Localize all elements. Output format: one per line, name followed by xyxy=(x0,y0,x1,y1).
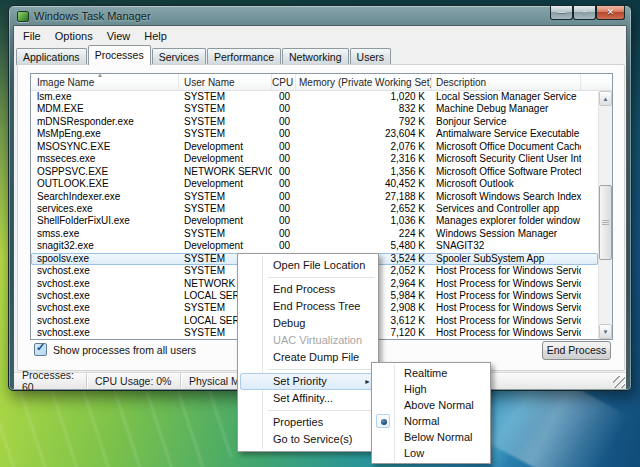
process-row-msseces-exe[interactable]: msseces.exeDevelopment002,316 KMicrosoft… xyxy=(31,153,598,165)
close-button[interactable]: ✕ xyxy=(596,6,625,20)
minimize-button[interactable]: — xyxy=(550,6,573,20)
menu-separator xyxy=(238,407,378,414)
show-all-users-label: Show processes from all users xyxy=(53,344,196,356)
process-row-osppsvc-exe[interactable]: OSPPSVC.EXENETWORK SERVICE001,356 KMicro… xyxy=(31,166,598,178)
cell-memory: 224 K xyxy=(296,228,432,240)
priority-option-below-normal[interactable]: Below Normal xyxy=(374,429,488,445)
selected-priority-radio-icon xyxy=(376,414,390,428)
column-header-memory-private-working-set[interactable]: Memory (Private Working Set) xyxy=(296,74,432,90)
menu-item-go-to-service-s[interactable]: Go to Service(s) xyxy=(240,431,376,448)
cell-image-name: MDM.EXE xyxy=(31,103,179,115)
tab-networking[interactable]: Networking xyxy=(282,48,349,65)
column-header-image-name[interactable]: Image Name▲ xyxy=(31,74,179,90)
window-title: Windows Task Manager xyxy=(34,10,151,22)
end-process-button[interactable]: End Process xyxy=(542,341,611,360)
process-list-header: Image Name▲User NameCPUMemory (Private W… xyxy=(31,74,612,91)
menu-item-set-priority[interactable]: Set Priority► xyxy=(240,373,376,390)
cell-description: Machine Debug Manager xyxy=(432,103,581,115)
cell-cpu: 00 xyxy=(272,215,296,227)
sort-ascending-icon: ▲ xyxy=(97,74,103,78)
scroll-down-button[interactable]: ▼ xyxy=(599,324,612,339)
process-row-msmpeng-exe[interactable]: MsMpEng.exeSYSTEM0023,604 KAntimalware S… xyxy=(31,128,598,140)
cell-description: Host Process for Windows Services xyxy=(432,315,581,327)
process-row-services-exe[interactable]: services.exeSYSTEM002,652 KServices and … xyxy=(31,203,598,215)
priority-option-realtime[interactable]: Realtime xyxy=(374,365,488,381)
cell-description: Antimalware Service Executable xyxy=(432,128,581,140)
menu-item-open-file-location[interactable]: Open File Location xyxy=(240,256,376,274)
show-all-users-checkbox[interactable]: ✓ Show processes from all users xyxy=(34,343,196,356)
menu-item-properties[interactable]: Properties xyxy=(240,414,376,431)
cell-description: Windows Session Manager xyxy=(432,228,581,240)
column-header-cpu[interactable]: CPU xyxy=(272,74,296,90)
cell-cpu: 00 xyxy=(272,103,296,115)
cell-memory: 23,604 K xyxy=(296,128,432,140)
menu-options[interactable]: Options xyxy=(48,28,100,44)
priority-option-normal[interactable]: Normal xyxy=(374,413,488,429)
process-row-mdm-exe[interactable]: MDM.EXESYSTEM00832 KMachine Debug Manage… xyxy=(31,103,598,115)
cell-image-name: svchost.exe xyxy=(31,290,179,302)
scrollbar-thumb[interactable] xyxy=(599,185,612,260)
menu-help[interactable]: Help xyxy=(137,28,174,44)
menu-item-end-process[interactable]: End Process xyxy=(240,281,376,298)
column-header-description[interactable]: Description xyxy=(432,74,581,90)
menu-file[interactable]: File xyxy=(16,28,48,44)
menu-item-create-dump-file[interactable]: Create Dump File xyxy=(240,349,376,366)
cell-cpu: 00 xyxy=(272,116,296,128)
menu-view[interactable]: View xyxy=(100,28,138,44)
process-row-smss-exe[interactable]: smss.exeSYSTEM00224 KWindows Session Man… xyxy=(31,228,598,240)
menu-bar: FileOptionsViewHelp xyxy=(14,26,626,45)
cell-user-name: NETWORK SERVICE xyxy=(179,166,272,178)
tab-strip: ApplicationsProcessesServicesPerformance… xyxy=(16,46,392,65)
cell-cpu: 00 xyxy=(272,178,296,190)
cell-cpu: 00 xyxy=(272,240,296,252)
resize-grip-icon[interactable] xyxy=(613,376,625,388)
cell-description: Microsoft Windows Search Indexer xyxy=(432,191,581,203)
menu-item-set-affinity[interactable]: Set Affinity... xyxy=(240,390,376,407)
process-row-searchindexer-exe[interactable]: SearchIndexer.exeSYSTEM0027,188 KMicroso… xyxy=(31,191,598,203)
tab-users[interactable]: Users xyxy=(350,48,391,65)
column-header-user-name[interactable]: User Name xyxy=(179,74,272,90)
column-header-filler xyxy=(581,74,612,90)
task-manager-icon xyxy=(17,11,29,22)
scroll-up-button[interactable]: ▲ xyxy=(599,91,612,106)
cell-image-name: OSPPSVC.EXE xyxy=(31,166,179,178)
tab-services[interactable]: Services xyxy=(152,48,206,65)
menu-separator xyxy=(238,366,378,373)
cell-user-name: Development xyxy=(179,178,272,190)
tab-processes[interactable]: Processes xyxy=(88,45,151,65)
cell-memory: 1,020 K xyxy=(296,91,432,103)
menu-item-end-process-tree[interactable]: End Process Tree xyxy=(240,298,376,315)
cell-cpu: 00 xyxy=(272,203,296,215)
process-row-shellfolderfixui-exe[interactable]: ShellFolderFixUI.exeDevelopment001,036 K… xyxy=(31,215,598,227)
process-row-lsm-exe[interactable]: lsm.exeSYSTEM001,020 KLocal Session Mana… xyxy=(31,91,598,103)
cell-user-name: Development xyxy=(179,153,272,165)
checkbox-checked-icon[interactable]: ✓ xyxy=(34,343,47,356)
cell-image-name: svchost.exe xyxy=(31,302,179,314)
maximize-button[interactable]: ▫ xyxy=(573,6,596,20)
cell-description: Manages explorer folder window sizes a..… xyxy=(432,215,581,227)
title-bar[interactable]: Windows Task Manager xyxy=(9,6,631,25)
menu-item-debug[interactable]: Debug xyxy=(240,315,376,332)
priority-option-high[interactable]: High xyxy=(374,381,488,397)
tab-applications[interactable]: Applications xyxy=(16,48,87,65)
cell-description: Microsoft Security Client User Interface xyxy=(432,153,581,165)
priority-option-above-normal[interactable]: Above Normal xyxy=(374,397,488,413)
cell-image-name: smss.exe xyxy=(31,228,179,240)
tab-performance[interactable]: Performance xyxy=(207,48,281,65)
cell-image-name: snagit32.exe xyxy=(31,240,179,252)
process-row-snagit32-exe[interactable]: snagit32.exeDevelopment005,480 KSNAGIT32 xyxy=(31,240,598,252)
cell-description: Host Process for Windows Services xyxy=(432,265,581,277)
cell-user-name: SYSTEM xyxy=(179,91,272,103)
process-context-menu: Open File LocationEnd ProcessEnd Process… xyxy=(237,253,379,452)
process-row-outlook-exe[interactable]: OUTLOOK.EXEDevelopment0040,452 KMicrosof… xyxy=(31,178,598,190)
priority-option-low[interactable]: Low xyxy=(374,445,488,461)
process-row-msosync-exe[interactable]: MSOSYNC.EXEDevelopment002,076 KMicrosoft… xyxy=(31,141,598,153)
cell-image-name: MsMpEng.exe xyxy=(31,128,179,140)
process-row-mdnsresponder-exe[interactable]: mDNSResponder.exeSYSTEM00792 KBonjour Se… xyxy=(31,116,598,128)
cell-cpu: 00 xyxy=(272,153,296,165)
cell-image-name: MSOSYNC.EXE xyxy=(31,141,179,153)
submenu-arrow-icon: ► xyxy=(364,373,371,390)
cell-image-name: services.exe xyxy=(31,203,179,215)
cell-description: Bonjour Service xyxy=(432,116,581,128)
vertical-scrollbar[interactable]: ▲ ▼ xyxy=(598,91,612,339)
